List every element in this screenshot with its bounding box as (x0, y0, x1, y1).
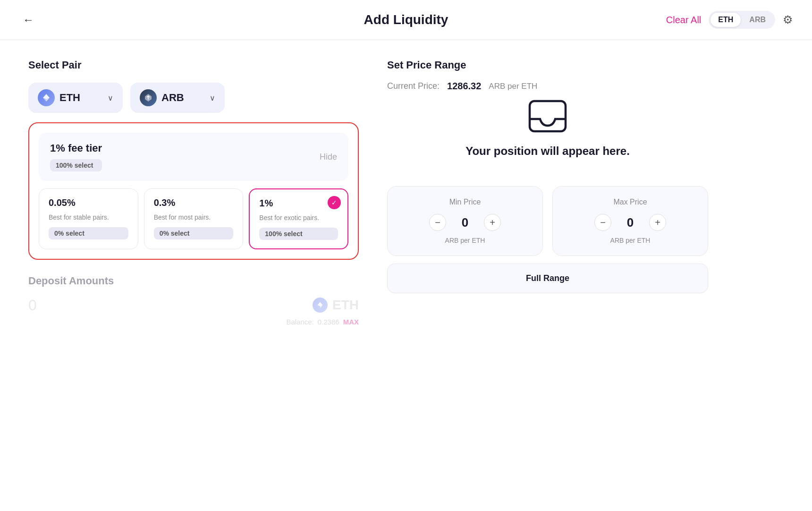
min-price-input-row: − 0 + (399, 214, 531, 231)
position-placeholder: Your position will appear here. (387, 120, 708, 186)
max-price-minus-button[interactable]: − (594, 214, 611, 231)
current-price-label: Current Price: (387, 81, 440, 91)
hide-button[interactable]: Hide (320, 152, 337, 162)
full-range-button[interactable]: Full Range (387, 264, 708, 293)
balance-value: 0.2386 (318, 318, 339, 326)
max-price-input-row: − 0 + (564, 214, 696, 231)
settings-button[interactable]: ⚙ (783, 13, 793, 26)
balance-label: Balance: (286, 318, 313, 326)
set-price-range-title: Set Price Range (387, 59, 708, 71)
current-price-unit: ARB per ETH (489, 82, 537, 91)
fee-desc-1: Best for most pairs. (154, 213, 234, 222)
main-content: Select Pair ETH ∨ (0, 40, 812, 345)
fee-percent-1: 0.3% (154, 197, 234, 208)
token-toggle: ETH ARB (709, 11, 775, 29)
deposit-title: Deposit Amounts (28, 275, 359, 287)
right-panel: Set Price Range Current Price: 1286.32 A… (387, 59, 708, 326)
token2-chevron-icon: ∨ (210, 94, 215, 102)
fee-select-0: 0% select (49, 227, 128, 239)
fee-tier-section: 1% fee tier 100% select Hide 0.05% Best … (28, 122, 359, 260)
min-price-label: Min Price (399, 198, 531, 206)
deposit-token-name: ETH (332, 298, 359, 313)
token2-selector[interactable]: ARB ∨ (130, 83, 225, 113)
fee-options: 0.05% Best for stable pairs. 0% select 0… (39, 188, 348, 249)
left-panel: Select Pair ETH ∨ (28, 59, 359, 326)
inbox-icon-2 (528, 99, 567, 133)
fee-select-2: 100% select (259, 228, 338, 240)
fee-percent-2: 1% (259, 198, 338, 209)
header-left: ← (19, 9, 38, 30)
price-range-row: Min Price − 0 + ARB per ETH Max Price − … (387, 186, 708, 256)
token-selectors: ETH ∨ ARB ∨ (28, 83, 359, 113)
token1-name: ETH (59, 92, 80, 104)
min-price-plus-button[interactable]: + (484, 214, 501, 231)
max-price-card: Max Price − 0 + ARB per ETH (552, 186, 708, 256)
check-icon: ✓ (328, 196, 341, 209)
fee-option-2[interactable]: ✓ 1% Best for exotic pairs. 100% select (249, 188, 348, 249)
fee-select-1: 0% select (154, 227, 234, 239)
eth-icon (38, 89, 55, 106)
page-title: Add Liquidity (364, 12, 448, 27)
active-fee-card: 1% fee tier 100% select Hide (39, 133, 348, 181)
balance-row: Balance: 0.2386 MAX (28, 318, 359, 326)
deposit-section: Deposit Amounts 0 ETH Balance: 0.2386 MA… (28, 275, 359, 326)
deposit-eth-icon (313, 298, 328, 313)
token-toggle-arb[interactable]: ARB (742, 13, 773, 27)
min-price-minus-button[interactable]: − (429, 214, 446, 231)
active-fee-info: 1% fee tier 100% select (50, 142, 102, 171)
fee-desc-0: Best for stable pairs. (49, 213, 128, 222)
current-price-row: Current Price: 1286.32 ARB per ETH (387, 81, 708, 92)
deposit-token-label: ETH (313, 298, 359, 313)
min-price-card: Min Price − 0 + ARB per ETH (387, 186, 543, 256)
deposit-input-row: 0 ETH (28, 297, 359, 314)
position-text: Your position will appear here. (465, 145, 630, 158)
min-price-unit: ARB per ETH (399, 237, 531, 244)
fee-option-0[interactable]: 0.05% Best for stable pairs. 0% select (39, 188, 138, 249)
fee-percent-0: 0.05% (49, 197, 128, 208)
max-price-value: 0 (621, 215, 640, 230)
fee-desc-2: Best for exotic pairs. (259, 213, 338, 223)
min-price-value: 0 (456, 215, 474, 230)
fee-option-1[interactable]: 0.3% Best for most pairs. 0% select (144, 188, 244, 249)
select-pair-title: Select Pair (28, 59, 359, 71)
max-price-unit: ARB per ETH (564, 237, 696, 244)
back-button[interactable]: ← (19, 9, 38, 30)
header-right: Clear All ETH ARB ⚙ (666, 11, 793, 29)
token1-chevron-icon: ∨ (108, 94, 113, 102)
max-price-label: Max Price (564, 198, 696, 206)
active-select-badge: 100% select (50, 159, 102, 171)
header: ← Add Liquidity Clear All ETH ARB ⚙ (0, 0, 812, 40)
token1-selector[interactable]: ETH ∨ (28, 83, 123, 113)
fee-tier-label: 1% fee tier (50, 142, 102, 154)
arb-icon (140, 89, 157, 106)
clear-all-button[interactable]: Clear All (666, 15, 701, 26)
svg-rect-5 (530, 101, 566, 131)
max-button[interactable]: MAX (343, 318, 359, 326)
token2-name: ARB (161, 92, 184, 104)
token-toggle-eth[interactable]: ETH (710, 13, 741, 27)
max-price-plus-button[interactable]: + (649, 214, 666, 231)
current-price-value: 1286.32 (447, 81, 481, 92)
deposit-amount: 0 (28, 297, 37, 314)
